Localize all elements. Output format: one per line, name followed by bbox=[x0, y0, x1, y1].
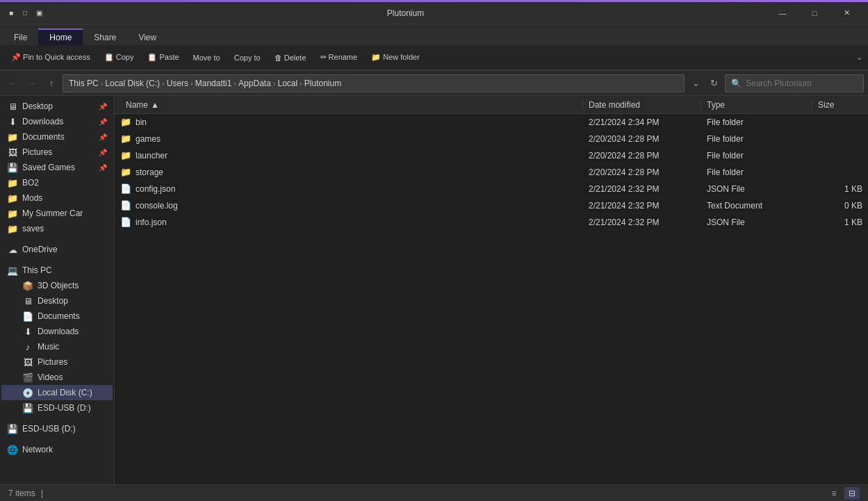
this-pc-icon: 💻 bbox=[7, 265, 18, 276]
search-input[interactable] bbox=[746, 79, 858, 88]
back-button[interactable]: ← bbox=[4, 75, 21, 92]
sidebar-item-3d-objects[interactable]: 📦 3D Objects bbox=[1, 278, 113, 293]
sidebar-item-downloads-quick[interactable]: ⬇ Downloads 📌 bbox=[1, 114, 113, 129]
sidebar-item-esd-usb-d1[interactable]: 💾 ESD-USB (D:) bbox=[1, 400, 113, 416]
refresh-button[interactable]: ↻ bbox=[705, 75, 722, 92]
ribbon-expand: ⌄ bbox=[856, 53, 862, 62]
tab-view[interactable]: View bbox=[127, 29, 167, 45]
file-name-cell-games: 📁 games bbox=[115, 133, 583, 145]
file-name-cell-console: 📄 console.log bbox=[115, 200, 583, 211]
forward-button[interactable]: → bbox=[24, 75, 40, 92]
delete-button[interactable]: 🗑 Delete bbox=[269, 51, 312, 64]
sidebar-item-desktop-pc[interactable]: 🖥 Desktop bbox=[1, 293, 113, 309]
divider-4 bbox=[0, 436, 114, 442]
sidebar-item-desktop-quick[interactable]: 🖥 Desktop 📌 bbox=[1, 99, 113, 114]
search-box[interactable]: 🔍 bbox=[725, 74, 864, 92]
file-name-cell-launcher: 📁 launcher bbox=[115, 150, 583, 161]
onedrive-icon: ☁ bbox=[7, 244, 18, 255]
address-path[interactable]: This PC › Local Disk (C:) › Users › Mand… bbox=[63, 74, 685, 92]
col-header-size[interactable]: Size bbox=[812, 100, 868, 110]
tab-share[interactable]: Share bbox=[83, 29, 127, 45]
sidebar-item-onedrive[interactable]: ☁ OneDrive bbox=[1, 242, 113, 257]
sidebar-item-mods[interactable]: 📁 Mods bbox=[1, 190, 113, 206]
move-to-button[interactable]: Move to bbox=[188, 51, 226, 64]
chevron-down-icon: ⌄ bbox=[856, 53, 862, 62]
sort-icon: ▲ bbox=[151, 100, 159, 110]
table-row[interactable]: 📁 storage 2/20/2024 2:28 PM File folder bbox=[115, 164, 868, 181]
sidebar-item-documents-quick[interactable]: 📁 Documents 📌 bbox=[1, 129, 113, 145]
file-modified-bin: 2/21/2024 2:34 PM bbox=[583, 117, 701, 127]
bo2-icon: 📁 bbox=[7, 177, 18, 188]
downloads-pc-icon: ⬇ bbox=[22, 326, 33, 337]
title-bar: ■ □ ▣ Plutonium — □ ✕ bbox=[0, 2, 868, 24]
downloads-icon: ⬇ bbox=[7, 116, 18, 127]
table-row[interactable]: 📄 console.log 2/21/2024 2:32 PM Text Doc… bbox=[115, 197, 868, 214]
copy-to-button[interactable]: Copy to bbox=[229, 51, 266, 64]
sidebar-item-documents-pc[interactable]: 📄 Documents bbox=[1, 309, 113, 324]
copy-button[interactable]: 📋 Copy bbox=[99, 51, 140, 64]
col-header-modified[interactable]: Date modified bbox=[583, 100, 701, 110]
file-modified-games: 2/20/2024 2:28 PM bbox=[583, 134, 701, 144]
col-header-name[interactable]: Name ▲ bbox=[115, 100, 583, 110]
table-row[interactable]: 📁 launcher 2/20/2024 2:28 PM File folder bbox=[115, 147, 868, 164]
ribbon-content: 📌 Pin to Quick access 📋 Copy 📋 Paste Mov… bbox=[0, 45, 868, 70]
pictures-pc-icon: 🖼 bbox=[22, 356, 33, 368]
music-icon: ♪ bbox=[22, 341, 33, 352]
sidebar-item-this-pc[interactable]: 💻 This PC bbox=[1, 263, 113, 278]
sidebar-item-network[interactable]: 🌐 Network bbox=[1, 442, 113, 457]
close-button[interactable]: ✕ bbox=[830, 2, 862, 24]
up-button[interactable]: ↑ bbox=[43, 75, 60, 92]
table-row[interactable]: 📁 bin 2/21/2024 2:34 PM File folder bbox=[115, 114, 868, 131]
file-name-info: info.json bbox=[136, 217, 167, 227]
ribbon: File Home Share View 📌 Pin to Quick acce… bbox=[0, 24, 868, 71]
sidebar: 🖥 Desktop 📌 ⬇ Downloads 📌 📁 Documents 📌 … bbox=[0, 96, 115, 484]
table-row[interactable]: 📄 config.json 2/21/2024 2:32 PM JSON Fil… bbox=[115, 181, 868, 197]
pin-icon-3: 📌 bbox=[99, 133, 107, 141]
table-row[interactable]: 📄 info.json 2/21/2024 2:32 PM JSON File … bbox=[115, 214, 868, 231]
paste-button[interactable]: 📋 Paste bbox=[142, 51, 184, 64]
path-plutonium: Plutonium bbox=[304, 79, 341, 88]
list-view-button[interactable]: ≡ bbox=[826, 487, 842, 500]
path-sep-3: › bbox=[190, 79, 193, 88]
tab-home[interactable]: Home bbox=[38, 28, 83, 45]
sidebar-item-pictures-pc[interactable]: 🖼 Pictures bbox=[1, 354, 113, 370]
file-size-console: 0 KB bbox=[812, 201, 868, 211]
pin-quick-access-button[interactable]: 📌 Pin to Quick access bbox=[6, 51, 96, 64]
file-name-console: console.log bbox=[136, 201, 178, 211]
sidebar-item-saved-games[interactable]: 💾 Saved Games 📌 bbox=[1, 160, 113, 175]
path-local-disk: Local Disk (C:) bbox=[105, 79, 160, 88]
col-header-type[interactable]: Type bbox=[701, 100, 812, 110]
divider-2 bbox=[0, 257, 114, 263]
details-view-button[interactable]: ⊟ bbox=[844, 487, 860, 500]
minimize-button[interactable]: — bbox=[767, 2, 799, 24]
sidebar-item-esd-usb-d2[interactable]: 💾 ESD-USB (D:) bbox=[1, 421, 113, 436]
file-type-bin: File folder bbox=[701, 117, 812, 127]
file-size-info: 1 KB bbox=[812, 217, 868, 227]
folder-icon: 📁 bbox=[120, 167, 131, 178]
sidebar-item-videos[interactable]: 🎬 Videos bbox=[1, 370, 113, 385]
sidebar-item-pictures-quick[interactable]: 🖼 Pictures 📌 bbox=[1, 145, 113, 160]
pin-icon-4: 📌 bbox=[99, 149, 107, 156]
sidebar-item-my-summer-car[interactable]: 📁 My Summer Car bbox=[1, 206, 113, 221]
maximize-button[interactable]: □ bbox=[799, 2, 830, 24]
dropdown-button[interactable]: ⌄ bbox=[687, 75, 704, 92]
sidebar-item-music[interactable]: ♪ Music bbox=[1, 339, 113, 354]
status-bar: 7 items | ≡ ⊟ bbox=[0, 484, 868, 501]
folder-icon: 📁 bbox=[120, 117, 131, 128]
tab-file[interactable]: File bbox=[3, 29, 38, 45]
sidebar-item-saves[interactable]: 📁 saves bbox=[1, 221, 113, 236]
file-list[interactable]: 📁 bin 2/21/2024 2:34 PM File folder 📁 ga… bbox=[115, 114, 868, 484]
file-name-cell-info: 📄 info.json bbox=[115, 217, 583, 228]
file-modified-launcher: 2/20/2024 2:28 PM bbox=[583, 151, 701, 161]
network-icon: 🌐 bbox=[7, 444, 18, 455]
table-row[interactable]: 📁 games 2/20/2024 2:28 PM File folder bbox=[115, 131, 868, 147]
sidebar-item-downloads-pc[interactable]: ⬇ Downloads bbox=[1, 324, 113, 339]
sidebar-item-local-disk-c[interactable]: 💿 Local Disk (C:) bbox=[1, 385, 113, 400]
new-folder-button[interactable]: 📁 New folder bbox=[366, 51, 425, 64]
sidebar-item-bo2[interactable]: 📁 BO2 bbox=[1, 175, 113, 190]
pin-icon-5: 📌 bbox=[99, 164, 107, 172]
json-icon: 📄 bbox=[120, 217, 131, 228]
view-controls: ≡ ⊟ bbox=[826, 487, 860, 500]
rename-button[interactable]: ✏ Rename bbox=[315, 51, 363, 64]
address-controls: ⌄ ↻ bbox=[687, 75, 722, 92]
